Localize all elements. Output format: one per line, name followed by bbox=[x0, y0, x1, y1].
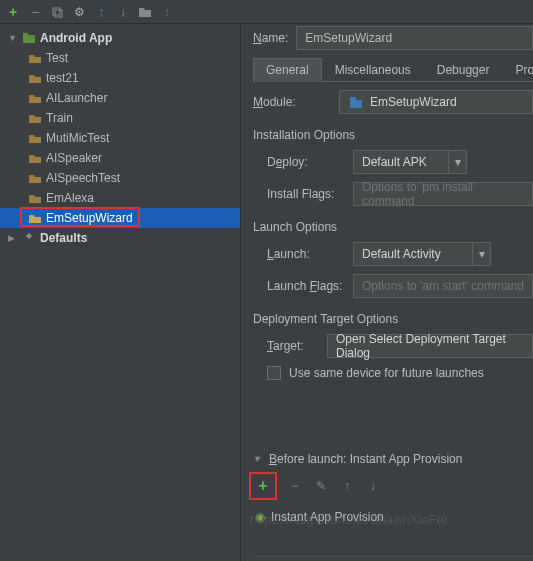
down-task-icon[interactable]: ↓ bbox=[365, 478, 381, 494]
config-tree: ▼ Android App Test test21 AILauncher Tra… bbox=[0, 24, 241, 561]
remove-task-icon[interactable]: − bbox=[287, 478, 303, 494]
copy-icon[interactable] bbox=[50, 5, 64, 19]
deploy-label: Deploy: bbox=[267, 155, 353, 169]
install-section-title: Installation Options bbox=[253, 128, 533, 142]
same-device-label: Use same device for future launches bbox=[289, 366, 484, 380]
module-row: Module: EmSetupWizard bbox=[253, 90, 533, 114]
edit-task-icon[interactable]: ✎ bbox=[313, 478, 329, 494]
name-label: Name: bbox=[253, 31, 288, 45]
config-icon bbox=[28, 112, 42, 124]
defaults-icon bbox=[22, 232, 36, 244]
tab-miscellaneous[interactable]: Miscellaneous bbox=[322, 58, 424, 81]
android-app-icon bbox=[22, 32, 36, 44]
svg-rect-3 bbox=[23, 33, 28, 36]
add-icon[interactable]: + bbox=[6, 5, 20, 19]
config-panel: Name: EmSetupWizard General Miscellaneou… bbox=[241, 24, 533, 561]
tree-root-android-app[interactable]: ▼ Android App bbox=[0, 28, 240, 48]
android-icon: ◉ bbox=[255, 510, 265, 524]
tab-profiling[interactable]: Profiling bbox=[502, 58, 533, 81]
target-label: Target: bbox=[267, 339, 327, 353]
svg-rect-0 bbox=[53, 8, 60, 15]
tree-item-mutimictest[interactable]: MutiMicTest bbox=[0, 128, 240, 148]
before-launch-toolbar: + − ✎ ↑ ↓ bbox=[253, 472, 533, 500]
target-select[interactable]: Open Select Deployment Target Dialog bbox=[327, 334, 533, 358]
module-label: Module: bbox=[253, 95, 339, 109]
config-icon bbox=[28, 172, 42, 184]
module-select[interactable]: EmSetupWizard bbox=[339, 90, 533, 114]
tree-item-test[interactable]: Test bbox=[0, 48, 240, 68]
launch-section-title: Launch Options bbox=[253, 220, 533, 234]
checkbox-icon[interactable] bbox=[267, 366, 281, 380]
deploy-row: Deploy: Default APK ▾ bbox=[253, 150, 533, 174]
add-task-icon[interactable]: + bbox=[255, 478, 271, 494]
chevron-down-icon[interactable]: ▾ bbox=[473, 242, 491, 266]
name-row: Name: EmSetupWizard bbox=[253, 26, 533, 50]
down-arrow-icon[interactable]: ↓ bbox=[116, 5, 130, 19]
chevron-down-icon[interactable]: ▾ bbox=[449, 150, 467, 174]
install-flags-row: Install Flags: Options to 'pm install' c… bbox=[253, 182, 533, 206]
name-field[interactable]: EmSetupWizard bbox=[296, 26, 533, 50]
tabs: General Miscellaneous Debugger Profiling bbox=[253, 58, 533, 82]
highlight-box: + bbox=[249, 472, 277, 500]
sort-icon[interactable]: ↕ bbox=[160, 5, 174, 19]
config-icon bbox=[28, 152, 42, 164]
svg-rect-4 bbox=[350, 100, 362, 108]
launch-flags-field[interactable]: Options to 'am start' command bbox=[353, 274, 533, 298]
before-launch-item[interactable]: ◉ Instant App Provision bbox=[253, 506, 533, 528]
launch-flags-row: Launch Flags: Options to 'am start' comm… bbox=[253, 274, 533, 298]
tree-item-aispeechtest[interactable]: AISpeechTest bbox=[0, 168, 240, 188]
tree-item-aispeaker[interactable]: AISpeaker bbox=[0, 148, 240, 168]
launch-label: Launch: bbox=[267, 247, 353, 261]
svg-rect-2 bbox=[23, 35, 35, 43]
launch-select[interactable]: Default Activity bbox=[353, 242, 473, 266]
config-icon bbox=[28, 92, 42, 104]
expand-icon: ▼ bbox=[253, 454, 263, 464]
tree-item-train[interactable]: Train bbox=[0, 108, 240, 128]
before-launch-section: ▼ Before launch: Instant App Provision +… bbox=[253, 452, 533, 528]
deploy-target-section-title: Deployment Target Options bbox=[253, 312, 533, 326]
before-launch-header[interactable]: ▼ Before launch: Instant App Provision bbox=[253, 452, 533, 466]
install-flags-label: Install Flags: bbox=[267, 187, 353, 201]
config-icon bbox=[28, 192, 42, 204]
install-flags-field[interactable]: Options to 'pm install' command bbox=[353, 182, 533, 206]
module-icon bbox=[348, 94, 364, 110]
up-task-icon[interactable]: ↑ bbox=[339, 478, 355, 494]
launch-flags-label: Launch Flags: bbox=[267, 279, 353, 293]
tab-debugger[interactable]: Debugger bbox=[424, 58, 503, 81]
toolbar: + − ⚙ ↑ ↓ ↕ bbox=[0, 0, 533, 24]
same-device-row[interactable]: Use same device for future launches bbox=[253, 366, 533, 380]
config-icon bbox=[28, 52, 42, 64]
tree-item-ailauncher[interactable]: AILauncher bbox=[0, 88, 240, 108]
config-icon bbox=[28, 132, 42, 144]
tree-item-emalexa[interactable]: EmAlexa bbox=[0, 188, 240, 208]
collapse-icon: ▶ bbox=[8, 233, 18, 243]
launch-row: Launch: Default Activity ▾ bbox=[253, 242, 533, 266]
settings-icon[interactable]: ⚙ bbox=[72, 5, 86, 19]
tree-defaults[interactable]: ▶ Defaults bbox=[0, 228, 240, 248]
svg-rect-5 bbox=[350, 97, 356, 101]
tree-item-test21[interactable]: test21 bbox=[0, 68, 240, 88]
tree-item-emsetupwizard[interactable]: EmSetupWizard bbox=[0, 208, 240, 228]
config-icon bbox=[28, 72, 42, 84]
deploy-select[interactable]: Default APK bbox=[353, 150, 449, 174]
folder-icon[interactable] bbox=[138, 5, 152, 19]
expand-icon: ▼ bbox=[8, 33, 18, 43]
svg-rect-1 bbox=[55, 10, 62, 17]
config-icon bbox=[28, 212, 42, 224]
bottom-options: Show this page Activate tool window bbox=[253, 556, 533, 561]
target-row: Target: Open Select Deployment Target Di… bbox=[253, 334, 533, 358]
up-arrow-icon[interactable]: ↑ bbox=[94, 5, 108, 19]
tab-general[interactable]: General bbox=[253, 58, 322, 82]
remove-icon[interactable]: − bbox=[28, 5, 42, 19]
tree-root-label: Android App bbox=[40, 31, 112, 45]
